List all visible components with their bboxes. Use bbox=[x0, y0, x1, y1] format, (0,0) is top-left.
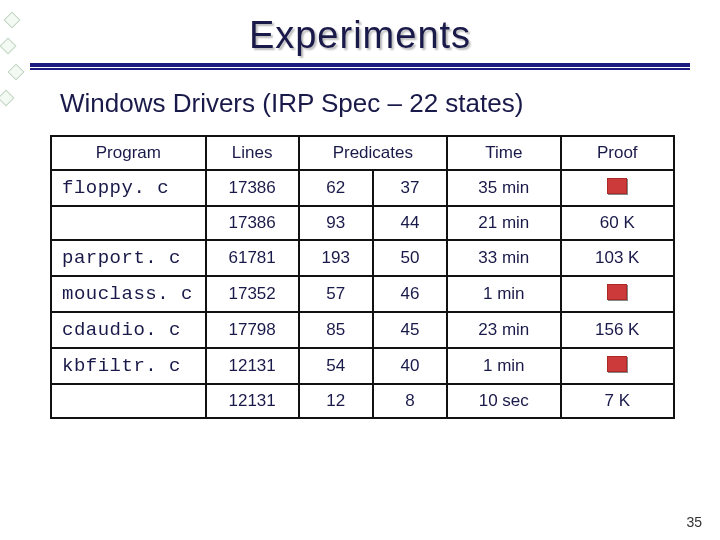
cell-program: floppy. c bbox=[51, 170, 206, 206]
cell-predicates-b: 50 bbox=[373, 240, 447, 276]
cell-time: 10 sec bbox=[447, 384, 560, 418]
col-lines: Lines bbox=[206, 136, 299, 170]
table-header-row: Program Lines Predicates Time Proof bbox=[51, 136, 674, 170]
page-number: 35 bbox=[686, 514, 702, 530]
cell-time: 35 min bbox=[447, 170, 560, 206]
cell-predicates-a: 85 bbox=[299, 312, 373, 348]
cell-lines: 12131 bbox=[206, 384, 299, 418]
col-predicates: Predicates bbox=[299, 136, 448, 170]
cell-lines: 17386 bbox=[206, 170, 299, 206]
cell-proof: 103 K bbox=[561, 240, 675, 276]
cell-proof: 60 K bbox=[561, 206, 675, 240]
cell-proof bbox=[561, 348, 675, 384]
cell-time: 21 min bbox=[447, 206, 560, 240]
cell-program bbox=[51, 384, 206, 418]
cell-lines: 17352 bbox=[206, 276, 299, 312]
cell-time: 23 min bbox=[447, 312, 560, 348]
table-row: mouclass. c1735257461 min bbox=[51, 276, 674, 312]
col-program: Program bbox=[51, 136, 206, 170]
cell-predicates-a: 57 bbox=[299, 276, 373, 312]
cell-predicates-b: 37 bbox=[373, 170, 447, 206]
cell-program: parport. c bbox=[51, 240, 206, 276]
cell-predicates-a: 62 bbox=[299, 170, 373, 206]
cell-program: cdaudio. c bbox=[51, 312, 206, 348]
title-rule bbox=[0, 57, 720, 70]
col-proof: Proof bbox=[561, 136, 675, 170]
cell-lines: 17798 bbox=[206, 312, 299, 348]
cell-program: kbfiltr. c bbox=[51, 348, 206, 384]
cell-predicates-b: 46 bbox=[373, 276, 447, 312]
table-row: floppy. c17386623735 min bbox=[51, 170, 674, 206]
proof-chip-icon bbox=[607, 356, 627, 372]
slide: Experiments Windows Drivers (IRP Spec – … bbox=[0, 0, 720, 540]
cell-predicates-a: 12 bbox=[299, 384, 373, 418]
results-table: Program Lines Predicates Time Proof flop… bbox=[50, 135, 675, 419]
table-row: 1213112810 sec7 K bbox=[51, 384, 674, 418]
table-row: cdaudio. c17798854523 min156 K bbox=[51, 312, 674, 348]
col-time: Time bbox=[447, 136, 560, 170]
proof-chip-icon bbox=[607, 284, 627, 300]
cell-predicates-b: 40 bbox=[373, 348, 447, 384]
cell-proof bbox=[561, 170, 675, 206]
cell-predicates-b: 45 bbox=[373, 312, 447, 348]
cell-time: 1 min bbox=[447, 276, 560, 312]
cell-program bbox=[51, 206, 206, 240]
cell-predicates-a: 193 bbox=[299, 240, 373, 276]
cell-proof: 7 K bbox=[561, 384, 675, 418]
cell-time: 1 min bbox=[447, 348, 560, 384]
slide-title: Experiments bbox=[0, 0, 720, 57]
cell-lines: 12131 bbox=[206, 348, 299, 384]
cell-program: mouclass. c bbox=[51, 276, 206, 312]
cell-predicates-a: 93 bbox=[299, 206, 373, 240]
proof-chip-icon bbox=[607, 178, 627, 194]
cell-predicates-b: 8 bbox=[373, 384, 447, 418]
table-row: kbfiltr. c1213154401 min bbox=[51, 348, 674, 384]
cell-lines: 17386 bbox=[206, 206, 299, 240]
cell-time: 33 min bbox=[447, 240, 560, 276]
cell-proof: 156 K bbox=[561, 312, 675, 348]
table-row: 17386934421 min60 K bbox=[51, 206, 674, 240]
cell-predicates-a: 54 bbox=[299, 348, 373, 384]
cell-proof bbox=[561, 276, 675, 312]
results-table-wrap: Program Lines Predicates Time Proof flop… bbox=[0, 119, 720, 419]
slide-subtitle: Windows Drivers (IRP Spec – 22 states) bbox=[0, 70, 720, 119]
table-row: parport. c617811935033 min103 K bbox=[51, 240, 674, 276]
cell-lines: 61781 bbox=[206, 240, 299, 276]
cell-predicates-b: 44 bbox=[373, 206, 447, 240]
